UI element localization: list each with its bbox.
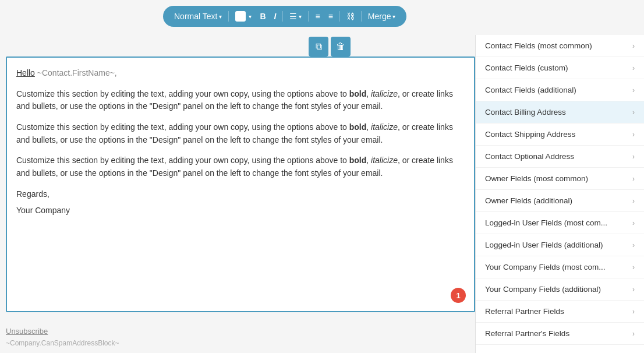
paragraph-2: Customize this section by editing the te…	[16, 121, 465, 146]
panel-item-contact-billing-address[interactable]: Contact Billing Address›	[476, 101, 644, 123]
panel-item-referral-partner[interactable]: Referral Partner Fields›	[476, 301, 644, 323]
panel-item-label: Referral Partner Fields	[485, 307, 564, 316]
color-box	[235, 11, 246, 22]
color-picker-button[interactable]: ▾	[232, 9, 254, 23]
bold-text-2: bold	[349, 122, 367, 132]
panel-item-label: Owner Fields (additional)	[485, 196, 572, 205]
copy-block-button[interactable]: ⧉	[309, 37, 328, 57]
align-icon: ☰	[289, 12, 297, 21]
panel-item-label: Logged-in User Fields (additional)	[485, 241, 603, 249]
copy-icon: ⧉	[316, 41, 322, 52]
color-chevron: ▾	[249, 13, 252, 20]
italic-text-1: italicize	[371, 89, 398, 98]
paragraph-1: Customize this section by editing the te…	[16, 88, 465, 113]
link-icon: ⛓	[346, 12, 355, 21]
panel-item-contact-fields-custom[interactable]: Contact Fields (custom)›	[476, 57, 644, 79]
panel-item-label: Contact Fields (custom)	[485, 63, 568, 72]
panel-item-label: Contact Optional Address	[485, 152, 574, 161]
chevron-right-icon: ›	[632, 153, 635, 161]
align-chevron: ▾	[299, 13, 302, 20]
merge-dropdown[interactable]: Merge ▾	[365, 10, 399, 23]
panel-item-date[interactable]: Date›	[476, 345, 644, 353]
company-line: Your Company	[16, 204, 465, 217]
editor-toolbar: Normal Text ▾ ▾ B I ☰ ▾ ≡ ≡ ⛓ Merge ▾	[163, 6, 406, 27]
unordered-list-button[interactable]: ≡	[325, 10, 336, 23]
divider-3	[308, 11, 309, 22]
chevron-right-icon: ›	[632, 42, 635, 50]
panel-item-your-company-additional[interactable]: Your Company Fields (additional)›	[476, 278, 644, 301]
panel-item-owner-fields-common[interactable]: Owner Fields (most common)›	[476, 168, 644, 190]
chevron-right-icon: ›	[632, 241, 635, 249]
panel-item-contact-fields-common[interactable]: Contact Fields (most common)›	[476, 35, 644, 57]
notification-badge: 1	[451, 288, 466, 303]
divider-1	[228, 11, 229, 22]
chevron-right-icon: ›	[632, 308, 635, 316]
divider-4	[339, 11, 340, 22]
chevron-right-icon: ›	[632, 330, 635, 338]
panel-item-label: Contact Billing Address	[485, 108, 566, 117]
panel-item-label: Logged-in User Fields (most com...	[485, 218, 607, 227]
panel-item-label: Contact Fields (most common)	[485, 41, 592, 50]
chevron-right-icon: ›	[632, 263, 635, 271]
delete-icon: 🗑	[336, 41, 345, 52]
italic-button[interactable]: I	[271, 10, 279, 23]
greeting-line: Hello ~Contact.FirstName~,	[16, 67, 465, 80]
panel-item-referral-partners[interactable]: Referral Partner's Fields›	[476, 323, 644, 345]
chevron-right-icon: ›	[632, 86, 635, 94]
greeting-hello: Hello	[16, 68, 35, 77]
italic-text-2: italicize	[371, 122, 398, 132]
normal-text-label: Normal Text	[174, 12, 217, 21]
editor-content: Hello ~Contact.FirstName~, Customize thi…	[16, 67, 465, 217]
chevron-right-icon: ›	[632, 175, 635, 183]
panel-item-logged-in-user-additional[interactable]: Logged-in User Fields (additional)›	[476, 234, 644, 256]
chevron-right-icon: ›	[632, 197, 635, 205]
divider-5	[361, 11, 362, 22]
chevron-right-icon: ›	[632, 108, 635, 117]
panel-item-label: Contact Shipping Address	[485, 130, 575, 139]
panel-item-label: Your Company Fields (most com...	[485, 263, 606, 271]
paragraph-3: Customize this section by editing the te…	[16, 154, 465, 179]
normal-text-dropdown[interactable]: Normal Text ▾	[171, 10, 225, 23]
panel-item-contact-optional-address[interactable]: Contact Optional Address›	[476, 146, 644, 168]
email-footer: Unsubscribe ~Company.CanSpamAddressBlock…	[6, 327, 475, 347]
panel-item-owner-fields-additional[interactable]: Owner Fields (additional)›	[476, 190, 644, 212]
merge-chevron: ▾	[392, 13, 395, 20]
chevron-right-icon: ›	[632, 64, 635, 72]
link-button[interactable]: ⛓	[344, 10, 358, 23]
panel-item-logged-in-user-common[interactable]: Logged-in User Fields (most com...›	[476, 212, 644, 234]
panel-item-contact-shipping-address[interactable]: Contact Shipping Address›	[476, 123, 644, 146]
delete-block-button[interactable]: 🗑	[331, 37, 351, 57]
merge-fields-panel: Contact Fields (most common)›Contact Fie…	[475, 35, 644, 353]
unsubscribe-link[interactable]: Unsubscribe	[6, 327, 475, 336]
divider-2	[282, 11, 283, 22]
italic-text-3: italicize	[371, 156, 398, 165]
ordered-list-icon: ≡	[315, 12, 320, 21]
bold-button[interactable]: B	[257, 10, 268, 23]
spam-block-text: ~Company.CanSpamAddressBlock~	[6, 339, 119, 347]
panel-item-label: Your Company Fields (additional)	[485, 285, 601, 294]
unordered-list-icon: ≡	[328, 12, 333, 21]
panel-item-contact-fields-additional[interactable]: Contact Fields (additional)›	[476, 79, 644, 101]
bold-text-1: bold	[349, 89, 367, 98]
panel-item-your-company-common[interactable]: Your Company Fields (most com...›	[476, 256, 644, 278]
panel-item-label: Referral Partner's Fields	[485, 329, 569, 338]
ordered-list-button[interactable]: ≡	[312, 10, 323, 23]
regards-line: Regards,	[16, 188, 465, 201]
chevron-right-icon: ›	[632, 285, 635, 294]
editor-action-buttons: ⧉ 🗑	[309, 37, 351, 57]
normal-text-chevron: ▾	[219, 13, 222, 20]
panel-item-label: Contact Fields (additional)	[485, 86, 576, 94]
chevron-right-icon: ›	[632, 219, 635, 227]
bold-text-3: bold	[349, 156, 367, 165]
firstname-merge-tag: ~Contact.FirstName~,	[37, 68, 117, 77]
align-dropdown[interactable]: ☰ ▾	[286, 10, 305, 23]
chevron-right-icon: ›	[632, 130, 635, 139]
email-editor-block[interactable]: Hello ~Contact.FirstName~, Customize thi…	[6, 57, 475, 312]
panel-item-label: Owner Fields (most common)	[485, 174, 588, 183]
